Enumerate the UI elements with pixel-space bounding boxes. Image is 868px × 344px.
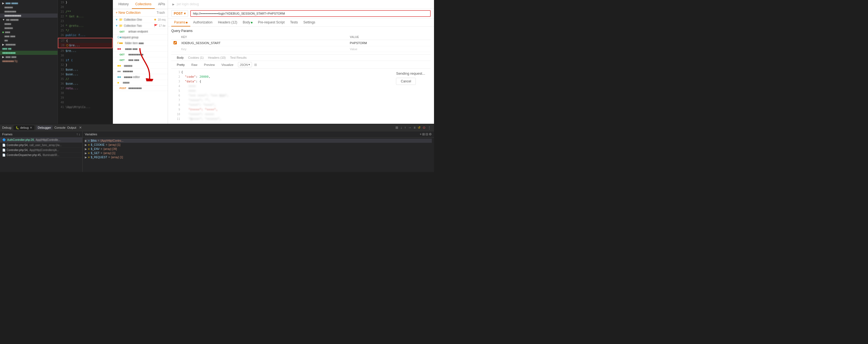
variable-item: ▶ ≡ $this = {App\Http\Contro... xyxy=(85,139,432,143)
expand-arrow[interactable]: ▶ xyxy=(85,156,87,159)
list-item[interactable]: ■■ ■■■■■ xyxy=(113,63,168,69)
code-line: 25 */ xyxy=(58,28,113,33)
tab-tests[interactable]: Tests xyxy=(287,19,301,26)
tree-item[interactable]: ■■■■■ xyxy=(0,5,58,9)
list-item[interactable]: F■■ folder item ■■■ xyxy=(113,40,168,46)
copy-variable-button[interactable]: ⊟ xyxy=(426,132,428,136)
resp-tab-cookies[interactable]: Cookies (1) xyxy=(186,55,206,61)
evaluate-button[interactable]: ≡ xyxy=(413,125,416,130)
list-item[interactable]: ■ ■■■■ xyxy=(113,80,168,85)
expand-arrow[interactable]: ▶ xyxy=(85,143,87,146)
param-key-placeholder[interactable]: Key xyxy=(179,46,347,52)
frame-item[interactable]: 📄 Controller.php:54, App|Http|Controller… xyxy=(0,148,82,153)
tab-body[interactable]: Body xyxy=(240,19,255,26)
list-item[interactable]: ■■ ■■■■■■ xyxy=(113,69,168,74)
preview-button[interactable]: Preview xyxy=(202,63,217,67)
copy-icon[interactable]: ⊞ xyxy=(254,63,257,67)
frames-up-button[interactable]: ↑ xyxy=(76,132,78,136)
tree-item[interactable]: ▶ ■■■ ■■■■ xyxy=(0,1,58,5)
list-item[interactable]: ■■ ■■■■ ■■■ xyxy=(113,46,168,52)
list-item[interactable]: ▼ 📁 Collection Two 🚩 17 ite xyxy=(113,23,168,29)
tree-item[interactable]: ▶ ■■■ ■■■ xyxy=(0,55,58,59)
tree-item[interactable]: ■■■■ xyxy=(0,22,58,26)
tab-history[interactable]: History xyxy=(115,0,132,9)
expand-arrow[interactable]: ▶ xyxy=(85,152,87,155)
code-line-28: 28 ⬡ $re... xyxy=(58,43,112,48)
expand-arrow[interactable]: ▶ xyxy=(85,147,87,150)
tree-item[interactable]: ■■■■■■■ fig xyxy=(0,59,58,63)
debug-tab[interactable]: 🐛 debug ✕ xyxy=(13,125,34,130)
resp-tab-body[interactable]: Body xyxy=(175,55,186,61)
tab-headers[interactable]: Headers (12) xyxy=(215,19,240,26)
list-item[interactable]: GET ■■■ ■■■ xyxy=(113,57,168,63)
tree-item[interactable]: ▶ ■■■■■■ xyxy=(0,42,58,47)
tree-item[interactable]: ■■ xyxy=(0,38,58,42)
list-item[interactable]: G■ request group xyxy=(113,34,168,40)
tree-item[interactable]: ■■■■■■■ xyxy=(0,9,58,13)
tree-item[interactable]: ■■■ ■■ xyxy=(0,47,58,51)
frame-item[interactable]: 📄 Controller.php:54, call_user_func_arra… xyxy=(0,143,82,148)
url-input[interactable]: http://•••••••••••••••••log|n?XDEBUG_SES… xyxy=(190,10,431,17)
method-selector[interactable]: POST ▾ xyxy=(171,10,188,17)
step-out-button[interactable]: ↑ xyxy=(403,125,407,130)
json-selector[interactable]: JSON ▾ xyxy=(238,62,252,67)
tab-collections[interactable]: Collections xyxy=(132,0,155,9)
resp-tab-test-results[interactable]: Test Results xyxy=(228,55,249,61)
param-row: XDEBUG_SESSION_START PHPSTORM xyxy=(171,40,431,46)
frame-item[interactable]: 🔷 AuthController.php:28, App|Http|Contro… xyxy=(0,137,82,143)
tab-apis[interactable]: APIs xyxy=(155,0,168,9)
triangle-icon: ▶ xyxy=(173,3,175,6)
add-variable-button[interactable]: + xyxy=(420,132,422,136)
trash-button[interactable]: Trash xyxy=(157,11,165,15)
more-button[interactable]: ⋮ xyxy=(427,125,432,130)
close-output-button[interactable]: ✕ xyxy=(79,126,82,130)
param-value-placeholder[interactable]: Value xyxy=(347,46,431,52)
expand-all-button[interactable]: ⊞ xyxy=(422,132,425,136)
frames-down-button[interactable]: ↓ xyxy=(79,132,80,136)
list-item[interactable]: GET ■■■■■■■■■ xyxy=(113,52,168,57)
step-into-button[interactable]: ↓ xyxy=(400,125,403,130)
frame-method: call_user_func_array:{/w... xyxy=(29,144,62,147)
tab-pre-request[interactable]: Pre-request Script xyxy=(255,19,287,26)
output-button[interactable]: Output xyxy=(67,126,76,129)
list-item[interactable]: GET artisan endpoint xyxy=(113,29,168,34)
tab-authorization[interactable]: Authorization xyxy=(190,19,215,26)
tab-settings[interactable]: Settings xyxy=(301,19,318,26)
tree-item[interactable]: ■■■■■ xyxy=(0,26,58,30)
var-type-icon: ≡ xyxy=(88,139,90,142)
pretty-button[interactable]: Pretty xyxy=(175,63,187,67)
settings-variable-button[interactable]: ⚙ xyxy=(429,132,432,136)
run-to-cursor-button[interactable]: → xyxy=(407,125,412,130)
list-item[interactable]: ▼ 📁 Collection One ★ 18 req xyxy=(113,17,168,23)
code-line: 41 \App\Http\Co... xyxy=(58,105,113,109)
php-icon: 🔷 xyxy=(2,138,6,142)
frame-item[interactable]: 📄 ControllerDispatcher.php:45, Illuminat… xyxy=(0,153,82,158)
tab-params[interactable]: Params xyxy=(171,19,190,26)
rerun-button[interactable]: ↺ xyxy=(417,125,421,130)
response-tabs: Body Cookies (1) Headers (10) Test Resul… xyxy=(171,54,431,61)
file-tree: ▶ ■■■ ■■■■ ■■■■■ ■■■■■■■ ■■■■■■■■■■ ▼ ■■… xyxy=(0,0,58,124)
tree-item[interactable]: ▼ ■■ ■■■■■ xyxy=(0,18,58,22)
debugger-button[interactable]: Debugger xyxy=(36,125,53,130)
cancel-button[interactable]: Cancel xyxy=(396,78,415,85)
new-collection-button[interactable]: + New Collection xyxy=(116,11,141,15)
json-label: JSON xyxy=(240,63,248,66)
step-over-button[interactable]: ⊞ xyxy=(395,125,399,130)
expand-arrow[interactable]: ▶ xyxy=(85,139,87,142)
tree-item[interactable]: ■ ■■■ xyxy=(0,30,58,34)
resp-tab-headers[interactable]: Headers (10) xyxy=(206,55,228,61)
params-table: KEY VALUE XDEBUG_SESSION_START PHPSTORM … xyxy=(171,34,431,52)
tree-item[interactable]: ■■■■■■■■ xyxy=(0,51,58,55)
debug-close-icon[interactable]: ✕ xyxy=(30,126,32,130)
list-item[interactable]: POST ■■■■■■■■ xyxy=(113,85,168,91)
var-value: {array} [1] xyxy=(103,152,115,155)
console-button[interactable]: Console xyxy=(54,126,65,129)
tree-item[interactable]: ■■■■■■■■■■ xyxy=(0,13,58,18)
tree-item[interactable]: ■■■ ■■■ xyxy=(0,34,58,38)
list-item[interactable]: ■■ ■■■■■ editor xyxy=(113,74,168,80)
visualize-button[interactable]: Visualize xyxy=(219,63,236,67)
param-checkbox[interactable] xyxy=(174,41,177,45)
code-line: 38 xyxy=(58,91,113,95)
stop-button[interactable]: ⊙ xyxy=(422,125,426,130)
raw-button[interactable]: Raw xyxy=(189,63,200,67)
